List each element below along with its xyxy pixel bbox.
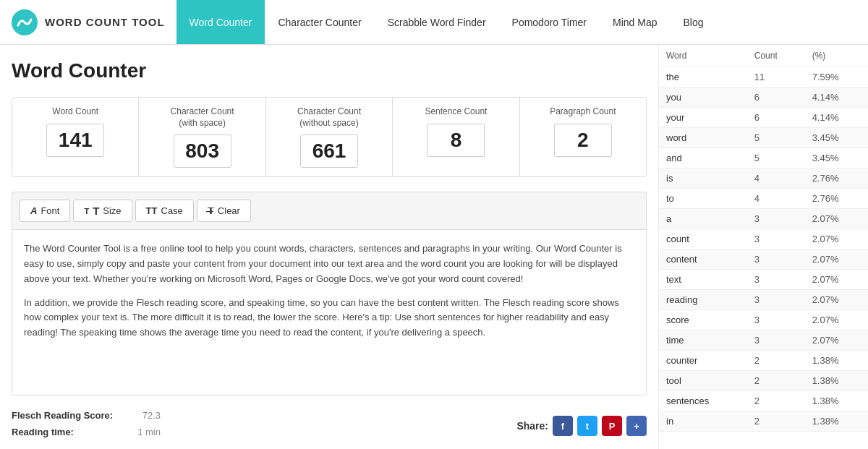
count-cell: 6 [747,87,805,108]
twitter-icon: t [586,421,589,432]
font-button[interactable]: A Font [20,200,70,222]
page-title: Word Counter [12,59,647,82]
facebook-icon: f [561,421,564,432]
word-cell: you [659,87,747,108]
text-paragraph-1: The Word Counter Tool is a free online t… [24,241,634,286]
paragraph-count-label: Paragraph Count [526,106,640,118]
nav-pomodoro[interactable]: Pomodoro Timer [499,0,600,44]
text-content-area[interactable]: The Word Counter Tool is a free online t… [12,229,647,395]
table-row: count 3 2.07% [659,229,868,249]
share-twitter-button[interactable]: t [577,416,597,436]
share-label: Share: [516,420,548,432]
size-button[interactable]: TT Size [73,200,132,222]
word-cell: the [659,67,747,87]
nav-scrabble[interactable]: Scrabble Word Finder [375,0,499,44]
col-count-header: Count [747,45,805,67]
pct-cell: 2.07% [805,249,868,270]
table-row: time 3 2.07% [659,330,868,351]
word-count-value: 141 [46,124,104,157]
word-cell: score [659,310,747,330]
size-icon2: T [93,205,99,217]
share-plus-button[interactable]: + [626,416,647,436]
nav-word-counter[interactable]: Word Counter [176,0,265,44]
word-cell: a [659,209,747,229]
table-row: word 5 3.45% [659,128,868,148]
table-row: a 3 2.07% [659,209,868,229]
char-nospace-value: 661 [300,134,358,168]
flesch-label: Flesch Reading Score: [12,410,120,421]
text-paragraph-2: In addition, we provide the Flesch readi… [24,296,634,341]
stats-row: Word Count 141 Character Count (with spa… [12,97,647,177]
word-cell: text [659,270,747,290]
clear-button[interactable]: T̶ Clear [197,200,251,222]
case-button[interactable]: TT Case [135,200,194,222]
word-cell: content [659,249,747,270]
stat-paragraph-count: Paragraph Count 2 [520,98,646,176]
nav-mindmap[interactable]: Mind Map [600,0,670,44]
table-row: text 3 2.07% [659,270,868,290]
pct-cell: 1.38% [805,391,868,411]
flesch-row: Flesch Reading Score: 72.3 [12,410,161,421]
table-row: is 4 2.76% [659,168,868,189]
word-frequency-table: Word Count (%) the 11 7.59% you 6 4.14% … [659,45,868,432]
table-row: in 2 1.38% [659,411,868,432]
share-row: Share: f t P + [516,416,647,436]
table-row: sentences 2 1.38% [659,391,868,411]
pct-cell: 2.07% [805,330,868,351]
reading-label: Reading time: [12,427,120,437]
sentence-count-value: 8 [427,124,485,157]
count-cell: 3 [747,290,805,310]
reading-row: Reading time: 1 min [12,427,161,437]
main-nav: Word Counter Character Counter Scrabble … [176,0,717,44]
table-row: reading 3 2.07% [659,290,868,310]
reading-value: 1 min [132,427,161,437]
count-cell: 5 [747,148,805,168]
table-row: the 11 7.59% [659,67,868,87]
pct-cell: 1.38% [805,371,868,391]
table-row: your 6 4.14% [659,108,868,128]
word-cell: sentences [659,391,747,411]
nav-character-counter[interactable]: Character Counter [265,0,374,44]
logo-area: WORD COUNT TOOL [0,9,176,35]
logo-icon [12,9,38,35]
pct-cell: 2.07% [805,270,868,290]
pct-cell: 2.07% [805,209,868,229]
font-icon: A [30,205,37,216]
sentence-count-label: Sentence Count [399,106,513,118]
count-cell: 2 [747,371,805,391]
pct-cell: 2.76% [805,189,868,209]
char-nospace-label: Character Count (without space) [272,106,386,129]
share-pinterest-button[interactable]: P [602,416,622,436]
paragraph-count-value: 2 [554,124,612,157]
stat-char-space: Character Count (with space) 803 [139,98,265,176]
word-cell: word [659,128,747,148]
table-row: counter 2 1.38% [659,351,868,371]
size-icon: T [84,207,89,215]
logo-text: WORD COUNT TOOL [45,16,165,28]
char-space-value: 803 [174,134,231,168]
pct-cell: 1.38% [805,351,868,371]
word-cell: to [659,189,747,209]
table-row: you 6 4.14% [659,87,868,108]
word-cell: count [659,229,747,249]
count-cell: 3 [747,270,805,290]
stat-sentence-count: Sentence Count 8 [393,98,519,176]
col-pct-header: (%) [805,45,868,67]
toolbar: A Font TT Size TT Case T̶ Clear [12,192,647,229]
table-row: and 5 3.45% [659,148,868,168]
pct-cell: 4.14% [805,87,868,108]
pct-cell: 4.14% [805,108,868,128]
word-cell: tool [659,371,747,391]
count-cell: 11 [747,67,805,87]
clear-icon: T̶ [208,205,214,216]
pct-cell: 3.45% [805,128,868,148]
sidebar: Word Count (%) the 11 7.59% you 6 4.14% … [658,45,868,449]
share-facebook-button[interactable]: f [553,416,573,436]
word-cell: time [659,330,747,351]
count-cell: 3 [747,310,805,330]
nav-blog[interactable]: Blog [671,0,717,44]
word-cell: counter [659,351,747,371]
char-space-label: Character Count (with space) [145,106,259,129]
count-cell: 2 [747,391,805,411]
count-cell: 3 [747,330,805,351]
